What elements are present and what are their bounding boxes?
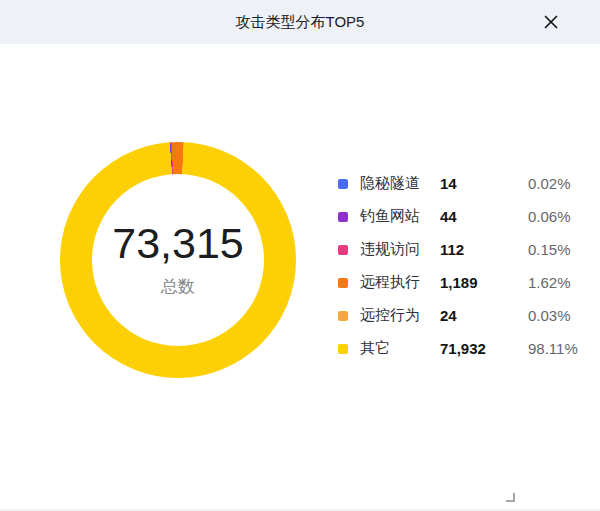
legend-swatch	[338, 311, 348, 321]
legend-row-phishing-site[interactable]: 钓鱼网站 44 0.06%	[338, 200, 590, 233]
legend-label: 远控行为	[360, 306, 440, 325]
legend-label: 钓鱼网站	[360, 207, 440, 226]
legend-value: 24	[440, 307, 528, 324]
legend-swatch	[338, 245, 348, 255]
legend-percent: 0.03%	[528, 307, 571, 324]
legend-row-remote-execution[interactable]: 远程执行 1,189 1.62%	[338, 266, 590, 299]
legend-swatch	[338, 179, 348, 189]
legend-row-other[interactable]: 其它 71,932 98.11%	[338, 332, 590, 365]
legend-percent: 0.02%	[528, 175, 571, 192]
modal-header: 攻击类型分布TOP5	[0, 0, 600, 44]
legend-value: 71,932	[440, 340, 528, 357]
legend-label: 隐秘隧道	[360, 174, 440, 193]
close-icon	[543, 14, 559, 30]
legend-row-violation-access[interactable]: 违规访问 112 0.15%	[338, 233, 590, 266]
legend-percent: 1.62%	[528, 274, 571, 291]
legend-value: 112	[440, 241, 528, 258]
legend-value: 14	[440, 175, 528, 192]
legend-value: 44	[440, 208, 528, 225]
close-button[interactable]	[539, 10, 563, 34]
donut-chart: 73,315 总数	[60, 142, 296, 378]
legend-value: 1,189	[440, 274, 528, 291]
chart-legend: 隐秘隧道 14 0.02% 钓鱼网站 44 0.06% 违规访问 112 0.1…	[338, 167, 590, 365]
legend-percent: 98.11%	[528, 340, 578, 357]
legend-swatch	[338, 278, 348, 288]
legend-percent: 0.06%	[528, 208, 571, 225]
total-label: 总数	[161, 275, 195, 298]
legend-label: 远程执行	[360, 273, 440, 292]
legend-label: 其它	[360, 339, 440, 358]
legend-swatch	[338, 212, 348, 222]
donut-center: 73,315 总数	[92, 174, 264, 346]
legend-percent: 0.15%	[528, 241, 571, 258]
legend-row-remote-control[interactable]: 远控行为 24 0.03%	[338, 299, 590, 332]
attack-type-distribution-modal: 攻击类型分布TOP5 73,315 总数 隐秘隧道 14 0.02% 钓鱼网站	[0, 0, 600, 511]
total-value: 73,315	[112, 222, 244, 265]
corner-bracket-mark	[506, 493, 515, 502]
legend-row-hidden-tunnel[interactable]: 隐秘隧道 14 0.02%	[338, 167, 590, 200]
legend-swatch	[338, 344, 348, 354]
modal-title: 攻击类型分布TOP5	[0, 0, 600, 44]
legend-label: 违规访问	[360, 240, 440, 259]
